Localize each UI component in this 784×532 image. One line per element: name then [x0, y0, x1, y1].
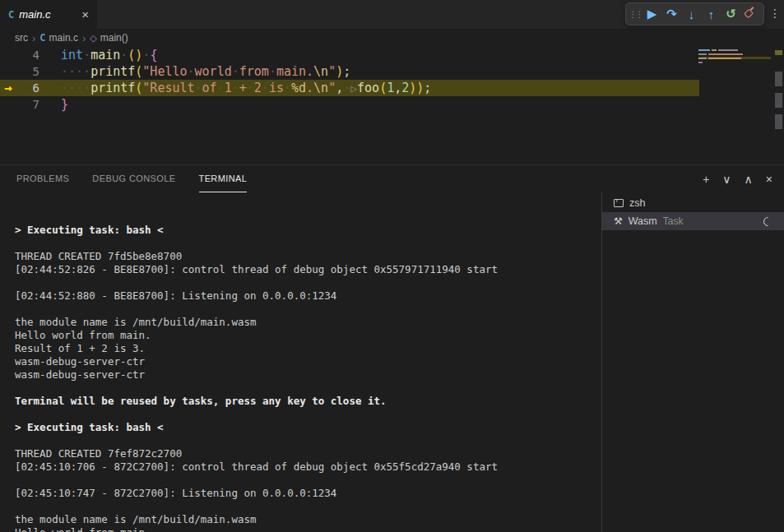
terminal-line: [15, 434, 601, 447]
continue-icon[interactable]: ▶: [643, 5, 661, 23]
terminal-line: THREAD CREATED 7fd5be8e8700: [15, 250, 601, 263]
close-tab-icon[interactable]: ×: [81, 8, 89, 21]
loading-spinner-icon: [762, 215, 775, 228]
line-number: 6: [0, 80, 39, 96]
terminal-line: [02:45:10:747 - 872C2700]: Listening on …: [15, 487, 601, 500]
code-token: ,: [336, 81, 343, 95]
inline-run-icon[interactable]: ▷: [350, 82, 357, 95]
terminal-line: [15, 276, 601, 289]
panel-header: PROBLEMSDEBUG CONSOLETERMINAL +∨∧×: [0, 165, 784, 192]
code-editor[interactable]: 4int·main·()·{5····printf("Hello·world·f…: [0, 47, 784, 164]
scrollbar[interactable]: [775, 47, 782, 164]
step-out-icon[interactable]: ↑: [703, 5, 720, 23]
restart-icon[interactable]: ↺: [722, 5, 740, 23]
code-token: (: [379, 81, 387, 95]
breadcrumb-label: src: [15, 32, 28, 44]
code-token: ,: [394, 81, 401, 95]
terminal-line: Terminal will be reused by tasks, press …: [15, 395, 601, 408]
terminal-line: [15, 303, 601, 316]
code-text: int·main·()·{: [39, 47, 157, 63]
code-token: ·: [120, 48, 128, 62]
drag-grip-icon[interactable]: ⋮⋮: [630, 5, 641, 23]
code-token: world: [195, 64, 232, 79]
terminal-icon: [614, 199, 624, 207]
close-panel-icon[interactable]: ×: [766, 173, 772, 185]
code-token: ·: [195, 81, 202, 95]
terminal-line: Result of 1 + 2 is 3.: [15, 342, 601, 355]
terminal-dropdown-icon[interactable]: ∨: [722, 173, 731, 185]
terminal-list-item-wasm[interactable]: ⚒WasmTask: [602, 212, 784, 230]
code-token: is: [269, 81, 284, 95]
panel-tab-terminal[interactable]: TERMINAL: [199, 165, 248, 192]
terminal-line: [02:44:52:826 - BE8E8700]: control threa…: [15, 263, 601, 276]
line-number: 4: [0, 47, 39, 63]
terminal[interactable]: > Executing task: bash < THREAD CREATED …: [0, 192, 601, 532]
code-token: ;: [424, 81, 431, 95]
breadcrumb-separator: ›: [82, 32, 86, 44]
code-token: (): [128, 48, 142, 62]
code-token: int: [61, 48, 83, 62]
breadcrumb-label: main.c: [49, 32, 78, 44]
more-actions-icon[interactable]: ⋮: [769, 7, 781, 20]
code-token: main.: [276, 64, 313, 79]
step-over-icon[interactable]: ↷: [663, 5, 680, 23]
terminal-line: the module name is /mnt/build/main.wasm: [15, 316, 601, 329]
code-token: ····: [61, 64, 90, 79]
code-token: \n: [313, 64, 328, 79]
tab-bar: C main.c × ⋮⋮▶↷↓↑↺ ⋮: [0, 0, 784, 29]
panel-actions: +∨∧×: [703, 165, 772, 192]
code-token: \n: [313, 81, 328, 95]
code-text: }: [39, 96, 68, 113]
new-terminal-icon[interactable]: +: [703, 173, 709, 185]
terminal-line: > Executing task: bash <: [15, 421, 601, 434]
tab-main-c[interactable]: C main.c ×: [0, 0, 97, 29]
code-token: {: [150, 48, 157, 62]
terminal-line: wasm-debug-server-ctr: [15, 355, 601, 368]
code-token: (: [135, 64, 142, 79]
terminal-line: [02:44:52:880 - BE8E8700]: Listening on …: [15, 289, 601, 303]
code-token: ): [336, 64, 343, 79]
code-line[interactable]: 7}: [0, 96, 784, 113]
task-badge: Task: [663, 215, 684, 227]
code-token: ·: [343, 81, 350, 95]
breadcrumb-item[interactable]: src: [15, 32, 28, 44]
terminal-line: [15, 408, 601, 421]
code-token: )): [409, 81, 424, 95]
code-token: from: [239, 64, 269, 79]
line-number: 7: [0, 96, 39, 113]
bottom-panel: PROBLEMSDEBUG CONSOLETERMINAL +∨∧× > Exe…: [0, 164, 784, 532]
c-file-icon: C: [39, 32, 45, 44]
terminal-list-item-zsh[interactable]: zsh: [602, 194, 784, 212]
code-token: of: [202, 81, 217, 95]
code-line[interactable]: →6····printf("Result·of·1·+·2·is·%d.\n",…: [0, 80, 784, 96]
code-token: (: [135, 81, 142, 95]
disconnect-icon[interactable]: [742, 5, 759, 23]
code-token: ·: [247, 81, 254, 95]
minimap[interactable]: [698, 49, 771, 65]
code-line[interactable]: 5····printf("Hello·world·from·main.\n");: [0, 63, 784, 80]
code-token: ·: [188, 64, 195, 79]
code-text: ····printf("Result·of·1·+·2·is·%d.\n",·▷…: [39, 80, 431, 96]
breadcrumb-item[interactable]: Cmain.c: [39, 32, 78, 44]
step-into-icon[interactable]: ↓: [683, 5, 700, 23]
code-token: printf: [90, 64, 135, 79]
code-token: 1: [387, 81, 394, 95]
code-token: ·: [217, 81, 225, 95]
tools-icon: ⚒: [614, 215, 623, 227]
panel-body: > Executing task: bash < THREAD CREATED …: [0, 192, 784, 532]
code-token: .: [306, 81, 313, 95]
breadcrumb: src›Cmain.c›◇main(): [0, 29, 784, 47]
terminal-line: [15, 237, 601, 250]
terminal-line: Hello world from main.: [15, 329, 601, 342]
terminal-line: [15, 474, 601, 487]
maximize-panel-icon[interactable]: ∧: [745, 173, 753, 185]
breadcrumb-item[interactable]: ◇main(): [90, 32, 128, 44]
code-line[interactable]: 4int·main·()·{: [0, 47, 784, 63]
terminal-line: > Executing task: bash <: [15, 224, 601, 237]
panel-tab-problems[interactable]: PROBLEMS: [16, 165, 69, 192]
code-token: ·: [232, 64, 239, 79]
panel-tab-debug-console[interactable]: DEBUG CONSOLE: [92, 165, 175, 192]
terminal-name: zsh: [629, 197, 645, 209]
line-number: 5: [0, 63, 39, 80]
terminal-line: [02:45:10:706 - 872C2700]: control threa…: [15, 460, 601, 474]
